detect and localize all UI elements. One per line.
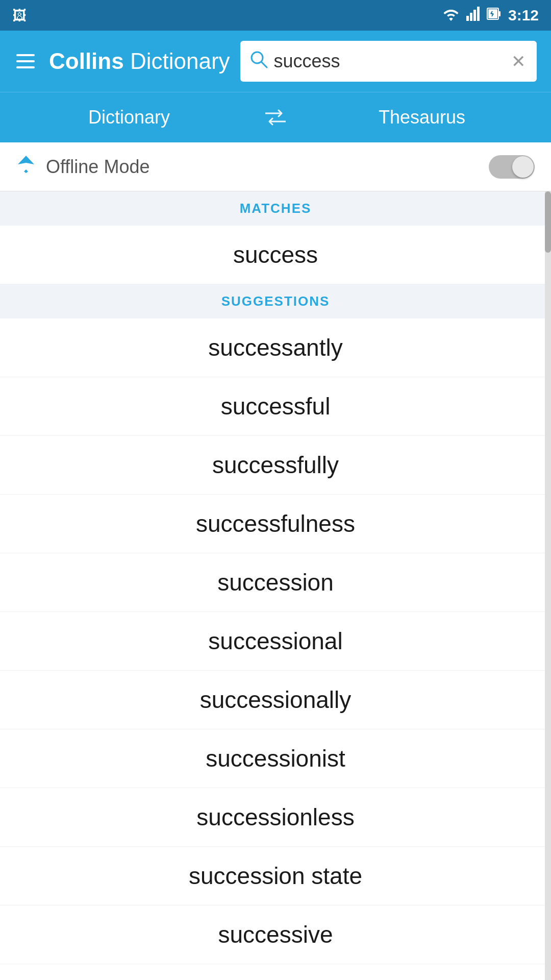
tab-switch-icon[interactable]	[258, 107, 293, 128]
list-item[interactable]: successionally	[0, 671, 551, 729]
search-input[interactable]	[274, 51, 503, 72]
offline-toggle[interactable]	[489, 155, 535, 179]
suggestions-section-header: SUGGESTIONS	[0, 284, 551, 318]
status-time: 3:12	[508, 7, 539, 24]
svg-line-11	[262, 62, 267, 67]
suggestion-word: successionist	[206, 745, 345, 772]
list-item[interactable]: successfulness	[0, 495, 551, 553]
svg-rect-1	[470, 13, 472, 21]
search-icon	[249, 50, 268, 73]
app-title: Collins Dictionary	[49, 48, 230, 74]
suggestion-word: successive	[218, 921, 333, 948]
clear-button[interactable]: ✕	[509, 49, 528, 74]
photo-icon: 🖼	[12, 8, 27, 23]
store-button[interactable]	[547, 43, 551, 80]
matches-section-header: MATCHES	[0, 191, 551, 226]
match-word: success	[233, 241, 318, 268]
svg-rect-5	[498, 11, 500, 16]
header: Collins Dictionary ✕	[0, 31, 551, 92]
status-left-icons: 🖼	[12, 7, 27, 24]
results-container: MATCHES success SUGGESTIONS successantly…	[0, 191, 551, 980]
suggestion-word: succession state	[189, 863, 362, 889]
suggestion-word: successionless	[196, 804, 354, 830]
wifi-icon	[443, 7, 459, 24]
scrollbar-track	[545, 191, 551, 980]
menu-button[interactable]	[12, 50, 39, 72]
suggestions-list: successantlysuccessfulsuccessfullysucces…	[0, 318, 551, 980]
offline-mode-bar: Offline Mode	[0, 142, 551, 191]
battery-icon	[487, 7, 501, 24]
tab-thesaurus[interactable]: Thesaurus	[293, 92, 551, 142]
app-title-normal: Dictionary	[124, 48, 230, 74]
tab-bar: Dictionary Thesaurus	[0, 92, 551, 142]
list-item[interactable]: succession state	[0, 847, 551, 905]
suggestion-word: successional	[208, 628, 342, 654]
list-item[interactable]: successfully	[0, 436, 551, 495]
status-bar: 🖼 3:12	[0, 0, 551, 31]
signal-icon	[466, 7, 480, 24]
svg-rect-2	[473, 10, 476, 21]
search-box: ✕	[240, 41, 537, 82]
suggestions-label: SUGGESTIONS	[221, 293, 330, 309]
airplane-icon	[16, 155, 36, 179]
suggestion-word: successantly	[208, 334, 342, 361]
suggestion-word: successfully	[212, 452, 339, 478]
app-title-bold: Collins	[49, 48, 124, 74]
toggle-knob	[512, 156, 534, 178]
list-item[interactable]: successantly	[0, 318, 551, 377]
suggestion-word: succession	[217, 569, 334, 596]
scrollbar-thumb[interactable]	[545, 191, 551, 253]
offline-label: Offline Mode	[46, 156, 489, 178]
svg-rect-3	[477, 7, 480, 21]
status-right-icons: 3:12	[443, 7, 539, 24]
list-item[interactable]: succession	[0, 553, 551, 612]
svg-point-10	[252, 52, 263, 63]
list-item[interactable]: successively	[0, 964, 551, 980]
list-item[interactable]: successive	[0, 905, 551, 964]
list-item[interactable]: successional	[0, 612, 551, 671]
matches-label: MATCHES	[240, 201, 312, 216]
suggestion-word: successful	[221, 393, 331, 420]
svg-rect-0	[466, 16, 469, 21]
suggestion-word: successionally	[200, 687, 352, 713]
tab-dictionary[interactable]: Dictionary	[0, 92, 258, 142]
list-item[interactable]: successionless	[0, 788, 551, 847]
suggestion-word: successfulness	[196, 510, 355, 537]
list-item[interactable]: success	[0, 226, 551, 284]
list-item[interactable]: successful	[0, 377, 551, 436]
list-item[interactable]: successionist	[0, 729, 551, 788]
